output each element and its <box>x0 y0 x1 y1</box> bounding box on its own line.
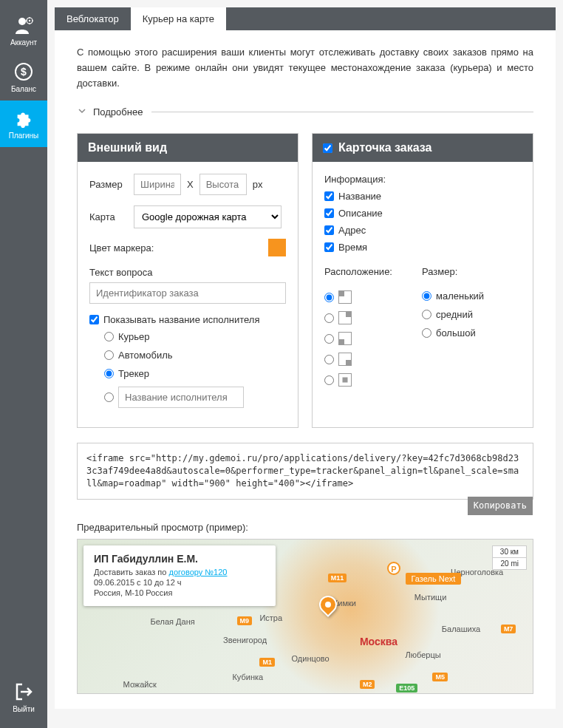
size-large-radio[interactable] <box>422 328 431 338</box>
position-center-radio[interactable] <box>324 375 334 385</box>
performer-custom-input[interactable] <box>118 387 244 408</box>
road-m9: M9 <box>237 616 253 625</box>
road-m7: M7 <box>501 625 516 633</box>
marker-color-label: Цвет маркера: <box>89 242 262 254</box>
info-time-checkbox[interactable] <box>324 242 334 252</box>
width-input[interactable] <box>134 174 181 195</box>
sidebar-label: Выйти <box>13 705 35 713</box>
order-card-desc: Доставить заказ по договору №120 <box>94 568 265 576</box>
info-time-label: Время <box>338 242 367 253</box>
sidebar-item-exit[interactable]: Выйти <box>0 674 47 721</box>
scale-mi: 20 mi <box>493 558 526 569</box>
svg-point-0 <box>18 18 26 25</box>
main-area: Веблокатор Курьер на карте С помощью это… <box>47 0 563 728</box>
pin-icon <box>315 592 341 617</box>
info-name-checkbox[interactable] <box>324 191 334 201</box>
city-odintsovo: Одинцово <box>292 654 330 663</box>
tab-weblocator[interactable]: Веблокатор <box>55 7 131 30</box>
city-istra: Истра <box>259 613 282 622</box>
road-m5: M5 <box>432 673 448 681</box>
preview-title: Предварительный просмотр (пример): <box>77 522 533 533</box>
sidebar-item-account[interactable]: Аккаунт <box>0 7 47 54</box>
copy-button[interactable]: Копировать <box>468 497 533 515</box>
panel-order-card: Карточка заказа Информация: Название Опи… <box>312 133 533 428</box>
embed-code-text: <iframe src="http://my.gdemoi.ru/pro/app… <box>86 453 519 489</box>
size-small-label: маленький <box>436 290 484 302</box>
embed-code-box[interactable]: <iframe src="http://my.gdemoi.ru/pro/app… <box>77 443 533 499</box>
road-m11: М11 <box>328 574 347 582</box>
dollar-circle-icon: $ <box>13 61 34 82</box>
order-card-title: ИП Габидуллин Е.М. <box>94 553 265 565</box>
sidebar-label: Аккаунт <box>10 38 37 47</box>
order-contract-link[interactable]: договору №120 <box>168 568 227 576</box>
info-label: Информация: <box>324 174 521 185</box>
tab-courier-map[interactable]: Курьер на карте <box>131 7 226 30</box>
performer-custom-radio[interactable] <box>104 392 114 402</box>
order-card-toggle[interactable] <box>323 143 332 153</box>
panel-header: Карточка заказа <box>313 134 533 162</box>
puzzle-icon <box>13 108 34 129</box>
size-medium-radio[interactable] <box>422 310 431 319</box>
performer-tracker-label: Трекер <box>118 368 149 379</box>
city-balashikha: Балашиха <box>442 625 480 633</box>
map-select[interactable]: Google дорожная карта <box>134 205 282 228</box>
panel-appearance: Внешний вид Размер X px Карта <box>77 133 298 428</box>
city-belaya: Белая Даня <box>151 617 195 626</box>
corner-tl-icon <box>338 290 352 304</box>
sidebar: Аккаунт $ Баланс Плагины Выйти <box>0 0 47 728</box>
sidebar-item-balance[interactable]: $ Баланс <box>0 54 47 101</box>
height-input[interactable] <box>199 174 247 195</box>
expand-toggle[interactable]: Подробнее <box>77 106 533 118</box>
map-label: Карта <box>89 211 128 222</box>
info-address-label: Адрес <box>338 225 366 236</box>
x-label: X <box>187 179 194 190</box>
parking-badge: P <box>387 562 400 575</box>
scale-km: 30 км <box>493 546 526 558</box>
city-moscow: Москва <box>360 636 397 647</box>
performer-courier-label: Курьер <box>118 331 149 342</box>
sidebar-label: Плагины <box>9 132 39 140</box>
performer-tracker-radio[interactable] <box>104 369 114 378</box>
vehicle-label: Газель Next <box>406 573 462 585</box>
city-mytischi: Мытищи <box>414 593 446 602</box>
map-marker[interactable] <box>319 596 337 613</box>
corner-tr-icon <box>338 311 352 324</box>
performer-courier-radio[interactable] <box>104 332 114 341</box>
size-label: Размер <box>89 179 128 190</box>
show-performer-checkbox[interactable] <box>89 315 99 324</box>
corner-br-icon <box>338 353 352 366</box>
question-label: Текст вопроса <box>89 267 286 278</box>
divider <box>151 112 533 112</box>
order-card-time: 09.06.2015 с 10 до 12 ч <box>94 578 265 587</box>
road-e105: E105 <box>396 684 417 693</box>
info-desc-checkbox[interactable] <box>324 208 334 218</box>
panel-header: Внешний вид <box>78 134 298 162</box>
city-lyubertsy: Люберцы <box>406 650 441 659</box>
card-size-label: Размер: <box>422 266 484 277</box>
px-label: px <box>253 179 263 190</box>
road-m1: M1 <box>259 658 275 667</box>
map-scale: 30 км 20 mi <box>492 545 527 570</box>
panel-title: Карточка заказа <box>338 141 431 154</box>
city-mozhaysk: Можайск <box>123 680 157 689</box>
preview-map[interactable]: М11 M9 M1 M2 M5 M7 E105 Москва Химки Мыт… <box>77 539 533 694</box>
size-small-radio[interactable] <box>422 291 431 301</box>
show-performer-label: Показывать название исполнителя <box>103 314 259 325</box>
position-br-radio[interactable] <box>324 355 334 364</box>
map-order-card: ИП Габидуллин Е.М. Доставить заказ по до… <box>83 545 276 606</box>
sidebar-item-plugins[interactable]: Плагины <box>0 101 47 147</box>
sidebar-label: Баланс <box>11 85 36 93</box>
order-card-address: Россия, М-10 Россия <box>94 588 265 597</box>
exit-icon <box>13 681 34 702</box>
performer-car-radio[interactable] <box>104 350 114 360</box>
size-medium-label: средний <box>436 309 473 320</box>
svg-point-2 <box>29 20 30 21</box>
performer-car-label: Автомобиль <box>118 350 173 361</box>
marker-color-swatch[interactable] <box>268 239 286 256</box>
position-tr-radio[interactable] <box>324 313 334 323</box>
position-bl-radio[interactable] <box>324 334 334 344</box>
question-input[interactable] <box>89 282 286 304</box>
city-kubinka: Кубинка <box>232 673 263 681</box>
position-tl-radio[interactable] <box>324 293 334 302</box>
info-address-checkbox[interactable] <box>324 225 334 235</box>
